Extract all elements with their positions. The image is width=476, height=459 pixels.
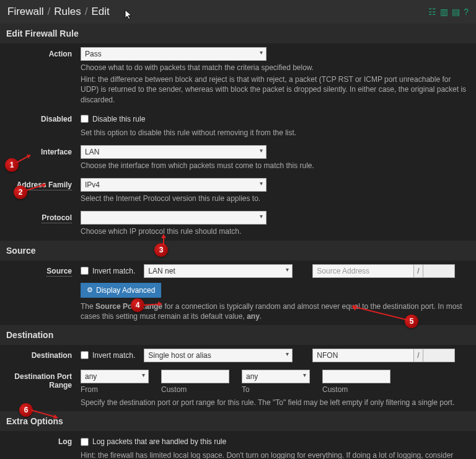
source-invert-checkbox[interactable] [81, 267, 89, 275]
port-custom2-sub: Custom [322, 385, 390, 394]
crumb-firewall[interactable]: Firewall [7, 6, 44, 18]
source-address-input[interactable] [312, 264, 414, 278]
crumb-sep: / [48, 6, 51, 18]
port-to-custom-input[interactable] [322, 370, 390, 383]
log-icon[interactable]: ▤ [452, 7, 460, 17]
dest-address-input[interactable] [312, 349, 414, 362]
marker-4: 4 [131, 298, 144, 312]
crumb-sep: / [85, 6, 88, 18]
dest-invert-label: Invert match. [92, 351, 135, 360]
log-label: Log [6, 435, 81, 459]
disabled-help: Set this option to disable this rule wit… [81, 128, 470, 138]
disabled-checkbox[interactable] [81, 115, 89, 123]
action-select[interactable]: Pass [81, 47, 267, 61]
chart-icon[interactable]: ▥ [440, 7, 448, 17]
dest-invert-checkbox[interactable] [81, 351, 89, 359]
panel-extra-title: Extra Options [0, 411, 476, 431]
marker-1: 1 [5, 158, 19, 172]
source-mask-select[interactable] [423, 264, 455, 278]
dest-port-help: Specify the destination port or port ran… [81, 398, 470, 408]
log-chk-label: Log packets that are handled by this rul… [92, 437, 226, 446]
log-help: Hint: the firewall has limited local log… [81, 450, 470, 459]
port-from-custom-input[interactable] [161, 370, 229, 383]
marker-3: 3 [154, 243, 168, 257]
protocol-label: Protocol [6, 211, 81, 236]
gear-icon: ⚙ [87, 286, 93, 294]
marker-6: 6 [19, 403, 33, 417]
disabled-chk-label: Disable this rule [92, 115, 145, 123]
panel-edit-title: Edit Firewall Rule [0, 24, 476, 43]
crumb-rules[interactable]: Rules [54, 6, 81, 18]
header-actions: ☷ ▥ ▤ ? [428, 7, 469, 17]
panel-dest-title: Destination [0, 325, 476, 345]
port-from-select[interactable]: any [81, 370, 149, 383]
dest-mask-select[interactable] [423, 349, 455, 362]
slash-sep: / [414, 264, 422, 278]
af-help: Select the Internet Protocol version thi… [81, 194, 470, 203]
crumb-edit: Edit [92, 6, 110, 18]
slash-sep: / [414, 349, 422, 362]
breadcrumb: Firewall / Rules / Edit [7, 6, 110, 18]
port-to-select[interactable]: any [242, 370, 310, 383]
protocol-help: Choose which IP protocol this rule shoul… [81, 226, 470, 236]
action-label: Action [6, 47, 81, 105]
panel-source-title: Source [0, 241, 476, 261]
marker-2: 2 [14, 185, 27, 199]
interface-select[interactable]: LAN [81, 145, 267, 159]
source-label: Source [6, 264, 81, 321]
page-header: Firewall / Rules / Edit ☷ ▥ ▤ ? [0, 0, 476, 24]
action-help1: Choose what to do with packets that matc… [81, 63, 470, 73]
source-display-advanced-button[interactable]: ⚙Display Advanced [81, 283, 161, 298]
source-type-select[interactable]: LAN net [144, 264, 293, 278]
marker-5: 5 [405, 314, 418, 328]
log-checkbox[interactable] [81, 438, 89, 446]
dest-port-label: Destination Port Range [6, 370, 81, 408]
source-invert-label: Invert match. [92, 267, 135, 275]
port-custom1-sub: Custom [161, 385, 229, 394]
sliders-icon[interactable]: ☷ [428, 7, 436, 17]
protocol-select[interactable] [81, 211, 267, 225]
port-from-sub: From [81, 385, 149, 394]
af-select[interactable]: IPv4 [81, 178, 267, 192]
help-icon[interactable]: ? [464, 7, 469, 17]
dest-type-select[interactable]: Single host or alias [144, 349, 293, 362]
port-to-sub: To [242, 385, 310, 394]
interface-help: Choose the interface from which packets … [81, 161, 470, 171]
action-help2: Hint: the difference between block and r… [81, 74, 470, 105]
dest-label: Destination [6, 349, 81, 362]
disabled-label: Disabled [6, 112, 81, 138]
